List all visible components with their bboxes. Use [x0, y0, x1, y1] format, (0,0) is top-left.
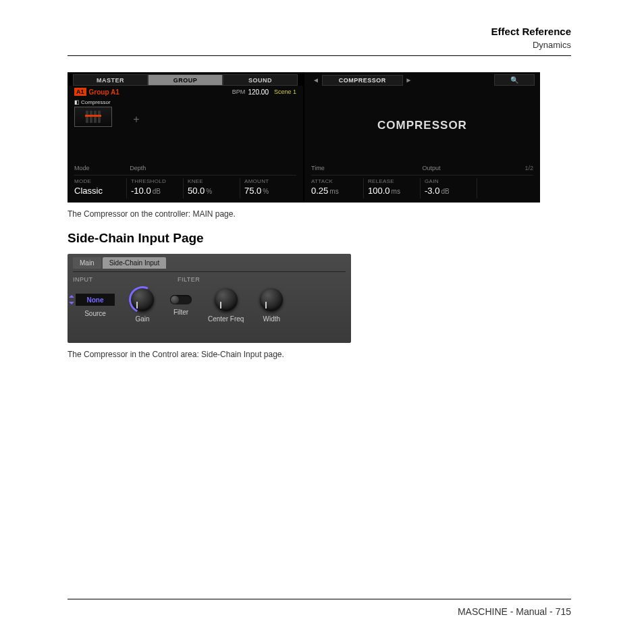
sc-sections: INPUT FILTER [73, 271, 346, 283]
sc-filter-toggle: Filter [170, 295, 192, 316]
gain-label: Gain [135, 315, 149, 323]
group-name: Group A1 [89, 88, 119, 96]
search-button[interactable]: 🔍 [494, 74, 535, 86]
filter-toggle[interactable] [170, 295, 192, 304]
page-footer: MASCHINE - Manual - 715 [68, 599, 571, 617]
tab-master[interactable]: MASTER [73, 74, 148, 86]
nav-title: COMPRESSOR [322, 75, 403, 86]
param-mode[interactable]: MODE Classic [74, 178, 126, 198]
controller-left-screen: MASTER GROUP SOUND A1 Group A1 BPM 120.0… [68, 72, 303, 203]
header-title: Effect Reference [68, 26, 571, 37]
sc-tabs: Main Side-Chain Input [68, 254, 351, 269]
sc-section-input: INPUT [73, 276, 178, 283]
sc-tab-sidechain[interactable]: Side-Chain Input [103, 257, 167, 269]
header-subtitle: Dynamics [68, 40, 571, 50]
bpm-label: BPM [232, 88, 246, 95]
param-knee[interactable]: KNEE 50.0% [183, 178, 240, 198]
param-amount[interactable]: AMOUNT 75.0% [240, 178, 296, 198]
plugin-slots: ◧ Compressor + [68, 98, 303, 133]
section-depth: Depth [130, 165, 296, 176]
controller-screenshot: MASTER GROUP SOUND A1 Group A1 BPM 120.0… [68, 72, 540, 203]
param-threshold[interactable]: THRESHOLD -10.0dB [126, 178, 183, 198]
param-row-right: ATTACK 0.25ms RELEASE 100.0ms GAIN -3.0d… [304, 176, 540, 203]
filter-label: Filter [173, 308, 188, 316]
plugin-title: COMPRESSOR [304, 86, 540, 165]
page-header: Effect Reference Dynamics [68, 26, 571, 50]
channel-tabs: MASTER GROUP SOUND [68, 72, 303, 86]
section-labels-left: Mode Depth [68, 165, 303, 176]
header-rule [68, 55, 571, 56]
caption-2: The Compressor in the Control area: Side… [68, 350, 571, 359]
caption-1: The Compressor on the controller: MAIN p… [68, 209, 571, 219]
page-indicator: 1/2 [525, 165, 533, 171]
section-output: Output 1/2 [423, 165, 534, 176]
tab-sound[interactable]: SOUND [223, 74, 298, 86]
gain-knob[interactable] [131, 288, 154, 311]
sc-controls: None Source Gain Filter Center Freq Widt… [68, 283, 351, 323]
param-release[interactable]: RELEASE 100.0ms [363, 178, 420, 198]
sc-centerfreq: Center Freq [208, 288, 244, 323]
plugin-slot-compressor[interactable]: ◧ Compressor [74, 98, 112, 127]
add-plugin-button[interactable]: + [117, 106, 155, 133]
sc-source: None Source [76, 294, 115, 317]
group-badge: A1 [74, 88, 86, 96]
param-gain[interactable]: GAIN -3.0dB [420, 178, 477, 198]
section-heading: Side-Chain Input Page [68, 231, 571, 246]
plugin-icon: ◧ [74, 99, 80, 105]
tab-group[interactable]: GROUP [148, 74, 223, 86]
bpm-value: 120.00 [248, 88, 269, 96]
section-labels-right: Time Output 1/2 [304, 165, 540, 176]
footer-text: MASCHINE - Manual - 715 [68, 606, 571, 617]
sc-tab-main[interactable]: Main [73, 257, 101, 269]
param-empty [477, 178, 533, 198]
section-time: Time [311, 165, 423, 176]
nav-row: ◄ COMPRESSOR ► 🔍 [304, 72, 540, 86]
nav-prev-icon[interactable]: ◄ [310, 76, 322, 84]
footer-rule [68, 599, 571, 599]
plugin-thumbnail [74, 107, 112, 127]
width-label: Width [263, 315, 281, 323]
sc-gain: Gain [131, 288, 154, 323]
section-mode: Mode [74, 165, 130, 176]
search-icon: 🔍 [510, 76, 518, 84]
param-attack[interactable]: ATTACK 0.25ms [311, 178, 363, 198]
source-label: Source [84, 310, 106, 317]
width-knob[interactable] [260, 288, 283, 311]
sc-width: Width [260, 288, 283, 323]
slot-label: ◧ Compressor [74, 98, 112, 107]
source-dropdown[interactable]: None [76, 294, 115, 306]
sidechain-panel: Main Side-Chain Input INPUT FILTER None … [68, 254, 351, 343]
centerfreq-knob[interactable] [215, 288, 238, 311]
info-row: A1 Group A1 BPM 120.00 Scene 1 [68, 86, 303, 98]
plus-icon: + [133, 113, 139, 126]
sc-section-filter: FILTER [178, 276, 346, 283]
scene-label: Scene 1 [274, 88, 296, 95]
centerfreq-label: Center Freq [208, 315, 244, 323]
param-row-left: MODE Classic THRESHOLD -10.0dB KNEE 50.0… [68, 176, 303, 203]
nav-next-icon[interactable]: ► [403, 76, 415, 84]
controller-right-screen: ◄ COMPRESSOR ► 🔍 COMPRESSOR Time Output … [304, 72, 540, 203]
